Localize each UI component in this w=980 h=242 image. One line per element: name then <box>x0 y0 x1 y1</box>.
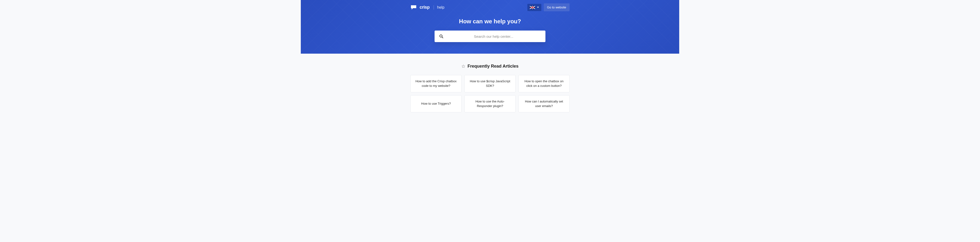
language-selector[interactable] <box>527 4 541 11</box>
chevron-down-icon <box>537 7 539 8</box>
article-card[interactable]: How to use the Auto-Responder plugin? <box>465 95 515 112</box>
topbar-right: Go to website <box>527 3 570 11</box>
article-card[interactable]: How to use $crisp JavaScript SDK? <box>465 75 515 92</box>
hero-title: How can we help you? <box>410 18 570 25</box>
section-heading: Frequently Read Articles <box>410 64 570 69</box>
article-card[interactable]: How to add the Crisp chatbox code to my … <box>410 75 461 92</box>
article-title: How to use $crisp JavaScript SDK? <box>469 79 511 88</box>
header: crisp help Go to website How can we help… <box>301 0 679 54</box>
brand-name: crisp <box>420 5 430 10</box>
crisp-logo-icon <box>410 5 417 10</box>
article-title: How to use Triggers? <box>421 101 451 106</box>
search-input[interactable] <box>447 35 541 38</box>
article-card[interactable]: How to use Triggers? <box>410 95 461 112</box>
article-title: How to use the Auto-Responder plugin? <box>469 100 511 109</box>
body-section: Frequently Read Articles How to add the … <box>301 54 679 122</box>
search-box[interactable] <box>434 30 546 42</box>
topbar: crisp help Go to website <box>410 0 570 18</box>
uk-flag-icon <box>530 6 535 9</box>
brand[interactable]: crisp help <box>410 5 444 10</box>
article-card[interactable]: How to open the chatbox on click on a cu… <box>519 75 570 92</box>
svg-line-1 <box>442 37 443 38</box>
search-icon <box>439 35 443 38</box>
article-card[interactable]: How can I automatically set user emails? <box>519 95 570 112</box>
articles-grid: How to add the Crisp chatbox code to my … <box>410 75 570 112</box>
go-to-website-button[interactable]: Go to website <box>544 3 570 11</box>
brand-sub: help <box>437 5 444 9</box>
article-title: How to open the chatbox on click on a cu… <box>523 79 565 88</box>
section-heading-text: Frequently Read Articles <box>468 64 519 69</box>
article-title: How to add the Crisp chatbox code to my … <box>415 79 457 88</box>
star-icon <box>461 65 465 68</box>
article-title: How can I automatically set user emails? <box>523 100 565 109</box>
